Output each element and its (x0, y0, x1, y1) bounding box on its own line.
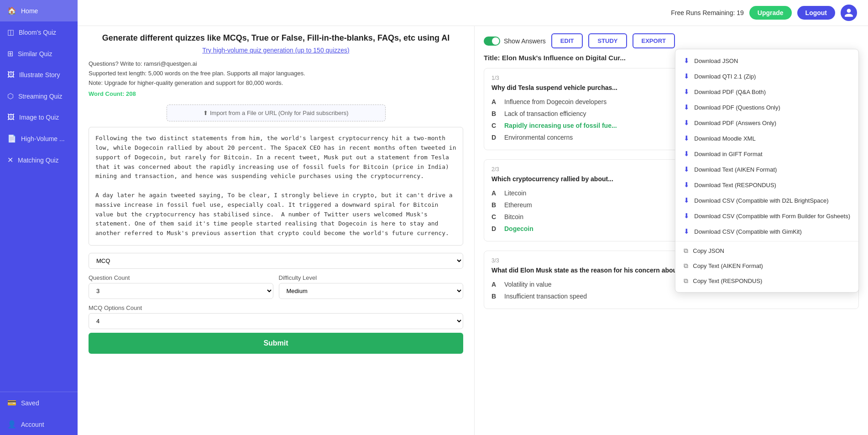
text-input[interactable] (89, 127, 463, 246)
matching-icon: ✕ (7, 156, 13, 164)
export-download-respondus[interactable]: ⬇ Download Text (RESPONDUS) (675, 177, 858, 193)
sidebar-item-streaming-quiz[interactable]: ⬡ Streaming Quiz (0, 85, 78, 107)
question-count-group: Question Count 3 1245 (89, 274, 273, 299)
saved-icon: 💳 (7, 398, 16, 407)
export-download-qti[interactable]: ⬇ Download QTI 2.1 (Zip) (675, 68, 858, 84)
sidebar-item-illustrate-story[interactable]: 🖼 Illustrate Story (0, 64, 78, 85)
export-download-d2l[interactable]: ⬇ Download CSV (Compatible with D2L Brig… (675, 193, 858, 208)
export-download-gimkit[interactable]: ⬇ Download CSV (Compatible with GimKit) (675, 224, 858, 239)
sidebar: 🏠 Home ◫ Bloom's Quiz ⊞ Similar Quiz 🖼 I… (0, 0, 78, 435)
sidebar-item-home[interactable]: 🏠 Home (0, 0, 78, 21)
high-volume-icon: 📄 (7, 134, 16, 143)
logout-button[interactable]: Logout (797, 6, 835, 20)
difficulty-label: Difficulty Level (279, 274, 464, 281)
export-download-pdf-answers[interactable]: ⬇ Download PDF (Answers Only) (675, 115, 858, 131)
blooms-icon: ◫ (7, 28, 14, 37)
right-panel: Show Answers EDIT STUDY EXPORT Title: El… (475, 26, 868, 435)
export-item-label: Download Text (RESPONDUS) (694, 182, 776, 189)
sidebar-item-blooms-quiz[interactable]: ◫ Bloom's Quiz (0, 21, 78, 43)
sidebar-item-label: Image to Quiz (19, 114, 59, 121)
export-download-aiken[interactable]: ⬇ Download Text (AIKEN Format) (675, 162, 858, 177)
header: Free Runs Remaining: 19 Upgrade Logout (78, 0, 868, 26)
option-text: Insufficient transaction speed (504, 293, 587, 300)
avatar[interactable] (841, 5, 857, 21)
submit-button[interactable]: Submit (89, 333, 463, 354)
question-count-select[interactable]: 3 1245 (89, 283, 273, 299)
select-row: Question Count 3 1245 Difficulty Level M… (89, 274, 463, 299)
content-area: Generate different quizzes like MCQs, Tr… (78, 26, 868, 435)
sidebar-item-image-to-quiz[interactable]: 🖼 Image to Quiz (0, 107, 78, 128)
illustrate-icon: 🖼 (7, 71, 15, 79)
sidebar-item-saved[interactable]: 💳 Saved (0, 392, 78, 414)
option-letter: A (492, 98, 500, 105)
option-text: Litecoin (504, 189, 526, 197)
sidebar-item-label: Saved (21, 399, 39, 407)
download-icon: ⬇ (684, 88, 690, 96)
streaming-icon: ⬡ (7, 92, 14, 100)
copy-icon: ⧉ (684, 262, 688, 270)
option-text-correct: Rapidly increasing use of fossil fue... (504, 122, 617, 129)
account-icon: 👤 (7, 420, 16, 429)
export-item-label: Download QTI 2.1 (Zip) (694, 73, 756, 80)
option-text: Volatility in value (504, 281, 552, 288)
quiz-toolbar: Show Answers EDIT STUDY EXPORT (484, 33, 859, 48)
sidebar-item-label: Similar Quiz (18, 50, 52, 58)
option-text: Lack of transaction efficiency (504, 110, 586, 117)
sidebar-item-label: Bloom's Quiz (19, 29, 56, 36)
sidebar-item-similar-quiz[interactable]: ⊞ Similar Quiz (0, 43, 78, 64)
question-count-label: Question Count (89, 274, 273, 281)
difficulty-group: Difficulty Level Medium EasyHard (279, 274, 464, 299)
show-answers-toggle[interactable] (484, 37, 500, 46)
export-download-gift[interactable]: ⬇ Download in GIFT Format (675, 146, 858, 162)
import-button[interactable]: ⬆ Import from a File or URL (Only for Pa… (167, 105, 386, 121)
download-icon: ⬇ (684, 181, 690, 189)
export-item-label: Download PDF (Questions Only) (694, 104, 780, 111)
export-item-label: Copy JSON (693, 247, 724, 254)
export-item-label: Download CSV (Compatible with GimKit) (694, 228, 802, 235)
sidebar-item-high-volume[interactable]: 📄 High-Volume ... (0, 128, 78, 149)
study-button[interactable]: STUDY (588, 33, 627, 48)
option-text: Ethereum (504, 201, 532, 209)
copy-icon: ⧉ (684, 247, 688, 255)
export-item-label: Download CSV (Compatible with Form Build… (694, 213, 850, 220)
mcq-options-select[interactable]: 4 235 (89, 313, 463, 329)
supported-text: Supported text length: 5,000 words on th… (89, 69, 463, 79)
export-download-gsheets[interactable]: ⬇ Download CSV (Compatible with Form Bui… (675, 208, 858, 224)
sidebar-item-label: Matching Quiz (18, 157, 58, 164)
sidebar-item-matching-quiz[interactable]: ✕ Matching Quiz (0, 149, 78, 171)
show-answers-control: Show Answers (484, 37, 546, 46)
download-icon: ⬇ (684, 103, 690, 111)
download-icon: ⬇ (684, 119, 690, 127)
upgrade-button[interactable]: Upgrade (749, 6, 792, 20)
export-download-pdf-questions[interactable]: ⬇ Download PDF (Questions Only) (675, 100, 858, 115)
export-item-label: Download in GIFT Format (694, 151, 762, 157)
edit-button[interactable]: EDIT (551, 33, 583, 48)
sidebar-item-label: Streaming Quiz (18, 93, 62, 100)
export-download-json[interactable]: ⬇ Download JSON (675, 53, 858, 68)
export-divider (675, 241, 858, 241)
export-button[interactable]: EXPORT (633, 33, 675, 48)
export-download-moodle[interactable]: ⬇ Download Moodle XML (675, 131, 858, 146)
download-icon: ⬇ (684, 134, 690, 142)
export-copy-respondus[interactable]: ⧉ Copy Text (RESPONDUS) (675, 273, 858, 288)
export-item-label: Copy Text (RESPONDUS) (693, 278, 762, 284)
textarea-wrapper (89, 127, 463, 247)
option-letter: C (492, 122, 500, 129)
option-letter: B (492, 293, 500, 300)
option-letter: B (492, 110, 500, 117)
download-icon: ⬇ (684, 227, 690, 236)
sidebar-item-account[interactable]: 👤 Account (0, 414, 78, 435)
option-letter: B (492, 201, 500, 209)
quiz-type-select[interactable]: MCQ True or False Fill-in-the-blanks FAQ… (89, 253, 463, 269)
home-icon: 🏠 (7, 6, 16, 15)
option-text: Bitcoin (504, 213, 523, 220)
export-copy-aiken[interactable]: ⧉ Copy Text (AIKEN Format) (675, 258, 858, 273)
difficulty-select[interactable]: Medium EasyHard (279, 283, 464, 299)
export-dropdown: ⬇ Download JSON ⬇ Download QTI 2.1 (Zip)… (675, 49, 859, 293)
export-copy-json[interactable]: ⧉ Copy JSON (675, 243, 858, 258)
download-icon: ⬇ (684, 57, 690, 65)
export-item-label: Download CSV (Compatible with D2L Bright… (694, 197, 828, 204)
page-subtitle[interactable]: Try high-volume quiz generation (up to 1… (89, 47, 463, 54)
export-download-pdf-both[interactable]: ⬇ Download PDF (Q&A Both) (675, 84, 858, 100)
sidebar-item-label: Home (21, 7, 38, 15)
